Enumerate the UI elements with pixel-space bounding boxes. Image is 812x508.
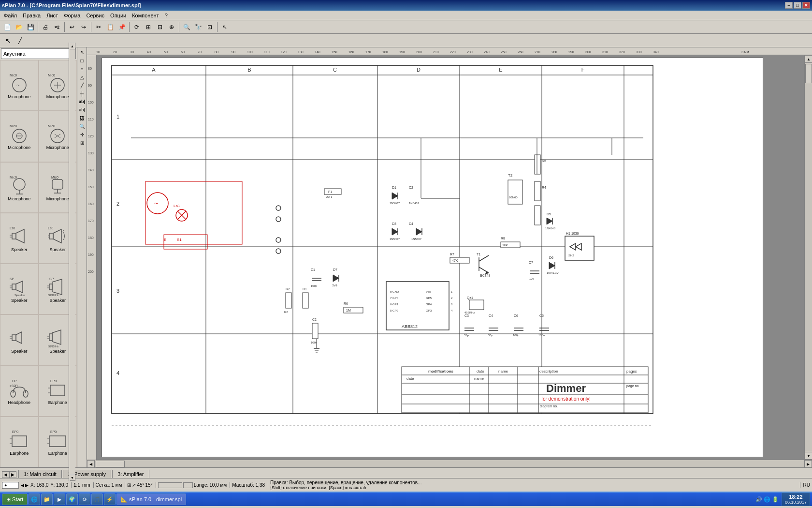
sep6 bbox=[217, 22, 218, 32]
text-tool[interactable]: ab| bbox=[78, 98, 86, 105]
component-ep2[interactable]: EP0 Earphone bbox=[0, 417, 39, 467]
new-button[interactable]: 📄 bbox=[2, 22, 13, 32]
menu-component[interactable]: Компонент bbox=[129, 12, 161, 19]
f1-label: F1 bbox=[328, 190, 332, 194]
fit-button[interactable]: ⊡ bbox=[204, 22, 215, 32]
menu-shape[interactable]: Форма bbox=[61, 12, 83, 19]
paste-button[interactable]: 📌 bbox=[116, 22, 127, 32]
nav-prev[interactable]: ◀ bbox=[21, 483, 24, 488]
menu-sheet[interactable]: Лист bbox=[44, 12, 61, 19]
rect-tool[interactable]: □ bbox=[78, 57, 86, 64]
ep3-svg: EP0 bbox=[45, 428, 70, 450]
zoom-out-button[interactable]: 🔭 bbox=[193, 22, 203, 32]
hscroll-thumb[interactable] bbox=[96, 461, 125, 467]
taskbar-app-ie[interactable]: 🌐 bbox=[29, 493, 40, 505]
mic2-label: Microphone bbox=[46, 94, 69, 99]
menu-help[interactable]: ? bbox=[162, 12, 171, 19]
tab-amplifier[interactable]: 3: Amplifier bbox=[112, 470, 149, 478]
vertical-scrollbar[interactable]: ▲ ▼ bbox=[804, 55, 812, 460]
svg-text:240: 240 bbox=[484, 50, 490, 54]
taskbar-app-browser[interactable]: 🌍 bbox=[66, 493, 78, 505]
triangle-tool[interactable]: △ bbox=[78, 73, 86, 81]
hscroll-left[interactable]: ◀ bbox=[87, 460, 95, 467]
menubar: Файл Правка Лист Форма Сервис Опции Комп… bbox=[0, 11, 812, 20]
taskbar-app-reload[interactable]: ⟳ bbox=[79, 493, 90, 505]
ep2-svg: EP0 bbox=[7, 428, 31, 450]
menu-options[interactable]: Опции bbox=[107, 12, 129, 19]
hscroll-right[interactable]: ▶ bbox=[804, 460, 812, 467]
tab-prev[interactable]: ◀ bbox=[2, 471, 9, 478]
component-spk1[interactable]: Ls0 Speaker bbox=[0, 213, 39, 264]
tb-extra1[interactable]: ⊞ bbox=[143, 22, 154, 32]
select-tool[interactable]: ↖ bbox=[78, 48, 86, 56]
taskbar-splan[interactable]: 📐 sPlan 7.0 - dimmer.spl bbox=[116, 493, 186, 505]
tb-extra2[interactable]: ⊡ bbox=[155, 22, 165, 32]
taskbar-app-media[interactable]: ▶ bbox=[54, 493, 65, 505]
schematic-canvas-area[interactable]: A B C D E F 1 2 3 4 bbox=[97, 55, 804, 460]
grid-tool[interactable]: ⊞ bbox=[78, 139, 86, 147]
tab-next[interactable]: ▶ bbox=[9, 471, 16, 478]
text-tool2[interactable]: ab| bbox=[78, 106, 86, 114]
cross-tool[interactable]: ✛ bbox=[78, 131, 86, 138]
length-section: Lange: 10,0 мм bbox=[158, 482, 231, 488]
spk1-label: Speaker bbox=[11, 247, 28, 252]
undo-button[interactable]: ↩ bbox=[67, 22, 77, 32]
line-tool[interactable]: ╱ bbox=[78, 81, 86, 89]
svg-rect-35 bbox=[12, 284, 16, 290]
maximize-button[interactable]: □ bbox=[794, 2, 801, 9]
taskbar-app-note[interactable]: 🎵 bbox=[91, 493, 103, 505]
scroll-thumb[interactable] bbox=[805, 64, 812, 83]
svg-text:Mic0: Mic0 bbox=[48, 74, 55, 77]
ic1-pin7: 7 GP0 bbox=[390, 297, 399, 299]
wire-tool[interactable]: ┼ bbox=[78, 90, 86, 97]
svg-rect-50 bbox=[49, 334, 52, 341]
component-mic1[interactable]: Mic0 ~ Microphone bbox=[0, 60, 39, 111]
component-mic5[interactable]: Mic0 Microphone bbox=[0, 162, 39, 213]
menu-file[interactable]: Файл bbox=[1, 12, 20, 19]
save-button[interactable]: 💾 bbox=[25, 22, 36, 32]
start-button[interactable]: ⊞ Start bbox=[2, 493, 28, 505]
tb-extra3[interactable]: ⊕ bbox=[166, 22, 177, 32]
component-hp1[interactable]: HP >32R Headphone bbox=[0, 366, 39, 417]
scroll-track bbox=[805, 63, 812, 452]
close-button[interactable]: ✕ bbox=[802, 2, 810, 9]
menu-service[interactable]: Сервис bbox=[83, 12, 107, 19]
category-selector[interactable]: Акустика ▼ bbox=[1, 48, 76, 59]
tab-main-circuit[interactable]: 1: Main circuit bbox=[18, 470, 62, 478]
spk1-svg: Ls0 bbox=[7, 224, 31, 246]
print-button[interactable]: 🖨 bbox=[40, 22, 51, 32]
redo-button[interactable]: ↪ bbox=[78, 22, 89, 32]
svg-text:180: 180 bbox=[382, 50, 388, 54]
name-header: name bbox=[498, 369, 508, 374]
cut-button[interactable]: ✂ bbox=[93, 22, 104, 32]
minimize-button[interactable]: − bbox=[785, 2, 793, 9]
masshtab-label: Масштаб: 1,38 bbox=[232, 482, 265, 488]
tb-btn2[interactable]: ×2 bbox=[52, 22, 62, 32]
copy-button[interactable]: 📋 bbox=[105, 22, 116, 32]
nav-next[interactable]: ▶ bbox=[25, 483, 29, 488]
component-spk5[interactable]: Speaker bbox=[0, 314, 39, 365]
component-mic3[interactable]: Mic0 Microphone bbox=[0, 111, 39, 162]
taskbar-app-explorer[interactable]: 📁 bbox=[41, 493, 53, 505]
menu-edit[interactable]: Правка bbox=[20, 12, 44, 19]
svg-marker-51 bbox=[52, 330, 61, 344]
tb2-cursor[interactable]: ↖ bbox=[3, 35, 14, 46]
taskbar-app-tool[interactable]: ⚡ bbox=[104, 493, 116, 505]
scroll-up-arrow[interactable]: ▲ bbox=[805, 55, 812, 63]
tb2-wire[interactable]: ╱ bbox=[14, 35, 25, 46]
mic5-icon: Mic0 bbox=[7, 174, 31, 195]
scrollbar-down[interactable]: ▼ bbox=[70, 474, 75, 481]
component-spk3[interactable]: SP Speaker Speaker bbox=[0, 264, 39, 314]
circle-tool[interactable]: ○ bbox=[78, 65, 86, 73]
r7-val: 47K bbox=[452, 259, 458, 262]
select-button[interactable]: ↖ bbox=[219, 22, 230, 32]
refresh-button[interactable]: ⟳ bbox=[131, 22, 142, 32]
library-scrollbar[interactable]: ▲ ▼ bbox=[69, 43, 75, 481]
zoom-tool[interactable]: 🔍 bbox=[78, 122, 86, 130]
zoom-in-button[interactable]: 🔍 bbox=[181, 22, 192, 32]
open-button[interactable]: 📂 bbox=[14, 22, 24, 32]
scroll-down-arrow[interactable]: ▼ bbox=[805, 452, 812, 460]
image-tool[interactable]: 🖼 bbox=[78, 114, 86, 122]
horizontal-scrollbar: ◀ ▶ bbox=[87, 460, 812, 467]
scrollbar-up[interactable]: ▲ bbox=[70, 43, 75, 49]
